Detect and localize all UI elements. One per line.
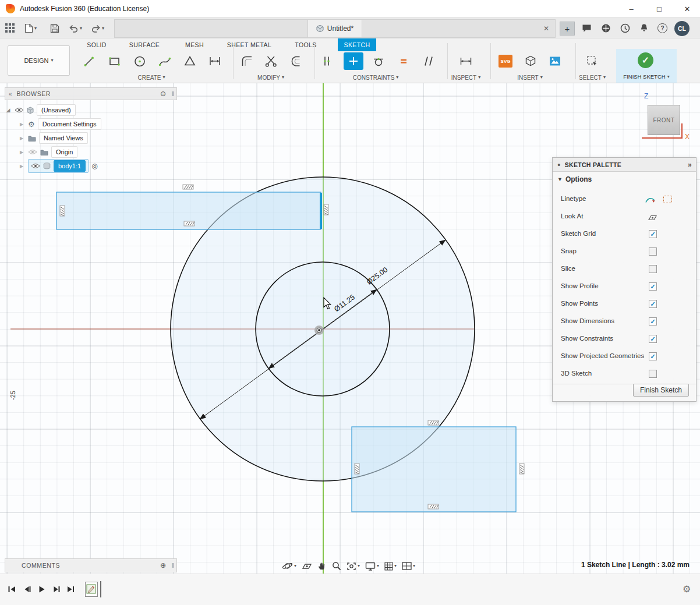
show-dimensions-checkbox[interactable]: ✓: [649, 317, 657, 326]
timeline-go-to-start-button[interactable]: [6, 585, 17, 594]
parallel-constraint-button[interactable]: [419, 52, 439, 70]
spline-tool-button[interactable]: [155, 52, 175, 70]
notifications-bell-icon[interactable]: [639, 23, 649, 33]
constraint-glyph[interactable]: [60, 206, 65, 216]
timeline-feature-sketch[interactable]: [85, 582, 98, 597]
help-icon[interactable]: ?: [657, 23, 667, 33]
constraint-glyph[interactable]: [428, 420, 439, 425]
save-button[interactable]: [50, 24, 59, 33]
timeline-step-forward-button[interactable]: [50, 585, 62, 594]
line-tool-button[interactable]: [80, 52, 100, 70]
grid-settings-button[interactable]: ▾: [384, 562, 397, 571]
comments-grip-icon[interactable]: ‖: [172, 562, 174, 569]
new-tab-button[interactable]: +: [560, 22, 575, 36]
show-points-checkbox[interactable]: ✓: [649, 300, 657, 308]
options-section-header[interactable]: ▼ Options: [557, 175, 592, 183]
insert-group-dropdown[interactable]: INSERT▾: [495, 73, 565, 82]
timeline-settings-gear-icon[interactable]: ⚙: [683, 583, 691, 595]
close-button[interactable]: ✕: [674, 0, 700, 17]
add-comment-icon[interactable]: ⊕: [160, 561, 166, 569]
timeline-playhead[interactable]: [100, 581, 101, 597]
slice-checkbox[interactable]: ✓: [649, 265, 657, 273]
finish-sketch-button[interactable]: ✓: [638, 52, 653, 68]
browser-display-toggle-icon[interactable]: ⊖: [160, 90, 166, 98]
insert-canvas-button[interactable]: [545, 52, 565, 70]
constraint-glyph[interactable]: [184, 221, 195, 226]
tree-root-expander-icon[interactable]: ◢: [5, 107, 12, 113]
file-menu-button[interactable]: ▾: [24, 23, 37, 33]
browser-item-named-views[interactable]: ▶ Named Views: [5, 131, 177, 145]
tree-expander-icon[interactable]: ▶: [18, 136, 25, 141]
palette-expand-icon[interactable]: »: [688, 161, 692, 169]
tree-expander-icon[interactable]: ▶: [18, 164, 25, 169]
look-at-button[interactable]: [302, 562, 312, 570]
ribbon-tab-sketch[interactable]: SKETCH: [338, 38, 376, 51]
timeline-step-back-button[interactable]: [21, 585, 33, 594]
extensions-icon[interactable]: [601, 23, 611, 33]
polygon-tool-button[interactable]: [180, 52, 200, 70]
constraint-glyph[interactable]: [324, 204, 328, 215]
visibility-eye-off-icon[interactable]: [28, 149, 37, 155]
zoom-button[interactable]: [332, 561, 341, 571]
maximize-button[interactable]: □: [646, 0, 672, 17]
browser-item-label[interactable]: Named Views: [39, 132, 88, 143]
app-grid-icon[interactable]: [5, 23, 15, 33]
coincident-constraint-button-active[interactable]: [344, 52, 363, 70]
finish-sketch-palette-button[interactable]: Finish Sketch: [633, 384, 689, 397]
minimize-button[interactable]: –: [618, 0, 644, 17]
browser-item-document-settings[interactable]: ▶ ⚙ Document Settings: [5, 117, 177, 131]
browser-item-label[interactable]: body1:1: [54, 160, 86, 171]
job-status-clock-icon[interactable]: [620, 23, 630, 33]
linetype-normal-icon[interactable]: [645, 196, 656, 206]
timeline-go-to-end-button[interactable]: [65, 585, 76, 594]
tab-close-icon[interactable]: ✕: [543, 24, 549, 33]
insert-svg-button[interactable]: SVG: [496, 52, 515, 70]
browser-grip-icon[interactable]: ‖: [172, 91, 174, 97]
select-tool-button[interactable]: [582, 52, 602, 70]
viewcube[interactable]: Z FRONT X: [639, 89, 695, 146]
constraint-glyph[interactable]: [183, 185, 193, 189]
browser-item-unsaved[interactable]: ◢ (Unsaved): [5, 103, 177, 117]
offset-tool-button[interactable]: [287, 52, 306, 70]
sketch-grid-checkbox[interactable]: ✓: [649, 230, 657, 238]
ground-target-icon[interactable]: ◎: [91, 162, 97, 170]
modify-group-dropdown[interactable]: MODIFY▾: [236, 73, 306, 82]
display-settings-button[interactable]: ▾: [365, 562, 379, 571]
comments-bar[interactable]: COMMENTS ⊕ ‖: [5, 558, 177, 572]
visibility-eye-icon[interactable]: [31, 163, 40, 169]
sketch-dimension-tool-button[interactable]: [205, 52, 225, 70]
sketch-rectangle-bottom[interactable]: [352, 427, 516, 512]
viewports-button[interactable]: ▾: [402, 562, 415, 570]
browser-item-label[interactable]: Document Settings: [38, 118, 101, 129]
document-tab[interactable]: Untitled*: [307, 20, 362, 37]
ribbon-tab-sheet-metal[interactable]: SHEET METAL: [220, 38, 278, 51]
ribbon-tab-mesh[interactable]: MESH: [178, 38, 211, 51]
show-profile-checkbox[interactable]: ✓: [649, 282, 657, 291]
ribbon-tab-tools[interactable]: TOOLS: [289, 38, 323, 51]
sketch-palette-header[interactable]: ● SKETCH PALETTE »: [553, 158, 696, 172]
snap-checkbox[interactable]: ✓: [649, 247, 657, 256]
visibility-eye-icon[interactable]: [15, 107, 24, 113]
insert-mesh-button[interactable]: [521, 52, 540, 70]
tree-expander-icon[interactable]: ▶: [18, 122, 25, 127]
show-projected-geometries-checkbox[interactable]: ✓: [649, 352, 657, 360]
trim-tool-button[interactable]: [261, 52, 281, 70]
tangent-constraint-button[interactable]: [369, 52, 388, 70]
browser-collapse-icon[interactable]: «: [9, 91, 12, 97]
comments-toolbar-icon[interactable]: [582, 24, 592, 33]
constraint-glyph[interactable]: [428, 504, 439, 509]
3d-sketch-checkbox[interactable]: ✓: [649, 370, 657, 378]
linetype-construction-icon[interactable]: [663, 196, 672, 203]
browser-item-origin[interactable]: ▶ Origin: [5, 145, 177, 159]
constraints-group-dropdown[interactable]: CONSTRAINTS▾: [341, 73, 411, 82]
constraint-glyph[interactable]: [355, 464, 359, 474]
measure-tool-button[interactable]: [456, 52, 476, 70]
browser-item-body1[interactable]: ▶ body1:1 ◎: [5, 159, 177, 173]
origin-center-point[interactable]: [314, 326, 324, 335]
look-at-icon[interactable]: [648, 213, 657, 224]
create-group-dropdown[interactable]: CREATE▾: [116, 73, 186, 82]
selected-body-row[interactable]: body1:1: [28, 159, 89, 172]
pan-button[interactable]: [317, 561, 327, 571]
avatar[interactable]: CL: [674, 21, 690, 36]
browser-header[interactable]: « BROWSER ⊖ ‖: [5, 87, 177, 100]
